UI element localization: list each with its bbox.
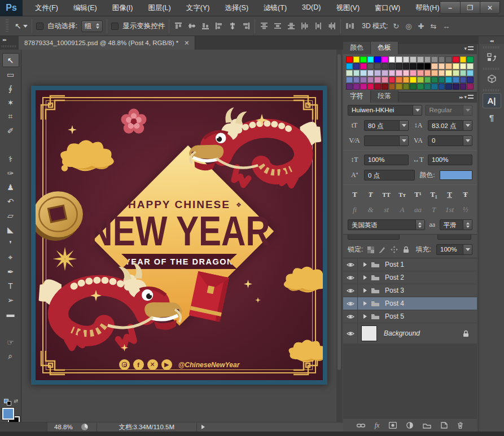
small-caps-button[interactable]: Tᴛ bbox=[396, 189, 408, 200]
color-swatch[interactable] bbox=[353, 77, 360, 83]
color-swatch[interactable] bbox=[460, 56, 467, 63]
blur-tool[interactable]: ❜ bbox=[2, 236, 19, 250]
new-layer-icon[interactable] bbox=[441, 422, 448, 429]
lock-all-icon[interactable] bbox=[402, 246, 410, 254]
color-swatch[interactable] bbox=[424, 70, 431, 76]
crop-tool[interactable]: ⌗ bbox=[2, 109, 19, 124]
subscript-button[interactable]: T₁ bbox=[428, 189, 440, 200]
show-transform-checkbox[interactable] bbox=[111, 23, 119, 30]
layer-row[interactable]: Post 4 bbox=[343, 297, 477, 310]
color-swatch[interactable] bbox=[403, 63, 410, 69]
color-swatch[interactable] bbox=[367, 83, 374, 90]
color-swatch[interactable] bbox=[410, 63, 417, 69]
marquee-tool[interactable]: ▭ bbox=[2, 67, 19, 81]
color-swatch[interactable] bbox=[460, 70, 467, 76]
blend-mode-dropdown[interactable] bbox=[348, 234, 400, 240]
color-swatch[interactable] bbox=[439, 56, 445, 63]
lock-transparency-icon[interactable] bbox=[366, 246, 375, 254]
color-swatch[interactable] bbox=[367, 63, 374, 69]
superscript-button[interactable]: T¹ bbox=[412, 189, 424, 200]
color-swatch[interactable] bbox=[367, 56, 374, 63]
visibility-eye-icon[interactable] bbox=[343, 284, 358, 297]
3d-slide-icon[interactable]: ⇆ bbox=[430, 22, 436, 30]
color-swatch[interactable] bbox=[353, 56, 360, 63]
color-swatch[interactable] bbox=[403, 83, 410, 90]
color-swatch[interactable] bbox=[374, 56, 381, 63]
visibility-eye-icon[interactable] bbox=[343, 323, 358, 343]
align-vertical-center-icon[interactable] bbox=[187, 21, 196, 31]
healing-brush-tool[interactable]: ⚕ bbox=[2, 152, 19, 166]
maximize-button[interactable]: ❐ bbox=[460, 2, 480, 14]
color-swatch[interactable] bbox=[403, 56, 410, 63]
magic-wand-tool[interactable]: ✶ bbox=[2, 95, 19, 109]
current-tool-icon[interactable]: ↖ bbox=[15, 21, 28, 30]
menu-item[interactable]: 3D(D) bbox=[302, 3, 321, 13]
visibility-eye-icon[interactable] bbox=[343, 271, 358, 284]
zoom-level[interactable]: 48.8% bbox=[54, 424, 73, 430]
color-swatch[interactable] bbox=[382, 83, 388, 90]
history-panel-icon[interactable] bbox=[483, 50, 501, 65]
language-dropdown[interactable]: 美国英语 bbox=[348, 219, 425, 230]
color-swatch[interactable] bbox=[424, 83, 431, 90]
clone-stamp-tool[interactable]: ♟ bbox=[2, 180, 19, 194]
menu-item[interactable]: 窗口(W) bbox=[375, 3, 400, 13]
titling-alternates-button[interactable]: T bbox=[428, 204, 440, 215]
color-swatch[interactable] bbox=[374, 77, 381, 83]
color-swatch[interactable] bbox=[410, 77, 417, 83]
3d-panel-icon[interactable] bbox=[483, 72, 501, 87]
3d-rotate-icon[interactable]: ↻ bbox=[393, 22, 399, 30]
toolbar-grip[interactable] bbox=[2, 45, 16, 47]
color-swatch[interactable] bbox=[367, 70, 374, 76]
color-swatch[interactable] bbox=[346, 63, 353, 69]
color-swatch[interactable] bbox=[445, 83, 452, 90]
color-swatch[interactable] bbox=[431, 70, 438, 76]
color-swatch[interactable] bbox=[431, 63, 438, 69]
background-layer-row[interactable]: Background bbox=[343, 323, 477, 344]
3d-scale-icon[interactable]: ↔ bbox=[442, 22, 450, 30]
discretionary-ligatures-button[interactable]: st bbox=[380, 204, 392, 215]
stylistic-alternates-button[interactable]: aa bbox=[412, 204, 424, 215]
color-swatch[interactable] bbox=[445, 63, 452, 69]
color-swatch[interactable] bbox=[467, 56, 474, 63]
color-swatch[interactable] bbox=[389, 83, 396, 90]
color-swatch[interactable] bbox=[410, 83, 417, 90]
tracking-field[interactable]: 0 bbox=[428, 135, 472, 146]
distribute-spacing-icon[interactable] bbox=[345, 21, 354, 31]
expand-arrow-icon[interactable] bbox=[363, 262, 367, 267]
font-size-field[interactable]: 80 点 bbox=[364, 120, 409, 131]
color-swatch[interactable] bbox=[417, 63, 424, 69]
default-colors-icon[interactable]: ⇄ bbox=[3, 398, 18, 406]
3d-pan-icon[interactable]: ✚ bbox=[418, 22, 424, 30]
color-swatch[interactable] bbox=[453, 56, 459, 63]
faux-bold-button[interactable]: T bbox=[349, 189, 361, 200]
paragraph-panel-icon[interactable]: ¶ bbox=[483, 110, 501, 125]
contextual-alternates-button[interactable]: & bbox=[365, 204, 376, 215]
menu-item[interactable]: 图层(L) bbox=[148, 3, 170, 13]
color-swatch[interactable] bbox=[410, 70, 417, 76]
underline-button[interactable]: T bbox=[444, 189, 455, 200]
dock-collapse-icon[interactable]: ◂◂ bbox=[489, 38, 493, 43]
font-family-dropdown[interactable]: Huiwen-HKHei bbox=[348, 105, 422, 116]
color-swatch[interactable] bbox=[460, 83, 467, 90]
color-swatch[interactable] bbox=[396, 77, 402, 83]
layer-row[interactable]: Post 3 bbox=[343, 284, 477, 297]
expand-arrow-icon[interactable] bbox=[363, 301, 367, 306]
color-swatch[interactable] bbox=[396, 56, 402, 63]
character-panel-icon[interactable]: A| bbox=[483, 93, 501, 108]
swash-button[interactable]: A bbox=[396, 204, 408, 215]
color-swatch[interactable] bbox=[417, 77, 424, 83]
color-swatch[interactable] bbox=[431, 83, 438, 90]
color-swatch[interactable] bbox=[467, 83, 474, 90]
menu-item[interactable]: 编辑(E) bbox=[73, 3, 97, 13]
zoom-tool[interactable]: ⌕ bbox=[2, 349, 19, 363]
color-swatch[interactable] bbox=[396, 83, 402, 90]
brush-tool[interactable]: ✑ bbox=[2, 166, 19, 180]
swap-colors-icon[interactable]: ⇄ bbox=[14, 398, 18, 404]
document-size-info[interactable]: 文档:3.34M/110.5M bbox=[97, 423, 197, 431]
layer-row[interactable]: Post 2 bbox=[343, 271, 477, 284]
distribute-top-icon[interactable] bbox=[259, 21, 269, 31]
3d-roll-icon[interactable]: ◎ bbox=[405, 22, 411, 30]
color-swatch[interactable] bbox=[374, 70, 381, 76]
horizontal-scale-field[interactable]: 100% bbox=[428, 155, 472, 165]
lock-position-icon[interactable] bbox=[390, 246, 398, 254]
